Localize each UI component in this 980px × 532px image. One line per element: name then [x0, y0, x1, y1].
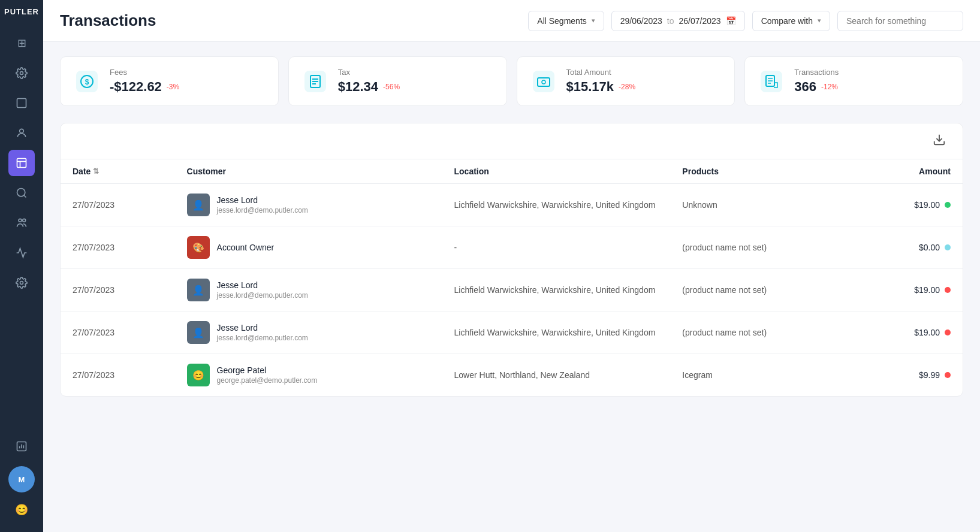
page-header: Transactions All Segments ▾ 29/06/2023 t… — [43, 0, 980, 42]
date-range-picker[interactable]: 29/06/2023 to 26/07/2023 📅 — [611, 11, 745, 31]
sort-icon[interactable]: ⇅ — [93, 167, 99, 176]
chevron-down-icon: ▾ — [592, 17, 595, 25]
cell-date: 27/07/2023 — [61, 269, 175, 312]
cell-amount: $9.99 — [858, 354, 963, 397]
table-header-row: Date ⇅ Customer Location Products Amount — [61, 159, 963, 184]
tax-info: Tax $12.34 -56% — [338, 68, 400, 95]
cell-location: Lower Hutt, Northland, New Zealand — [442, 354, 671, 397]
table-toolbar — [61, 123, 963, 159]
customer-avatar: 😊 — [187, 364, 210, 386]
total-amount-card: Total Amount $15.17k -28% — [517, 56, 735, 106]
customer-email: george.patel@demo.putler.com — [217, 376, 318, 385]
svg-point-8 — [19, 219, 22, 222]
cell-amount: $19.00 — [858, 184, 963, 226]
table-row[interactable]: 27/07/2023 👤 Jesse Lord jesse.lord@demo.… — [61, 184, 963, 226]
transactions-change: -12% — [821, 83, 838, 91]
user-avatar[interactable]: M — [8, 466, 35, 492]
status-dot — [945, 372, 951, 378]
date-separator: to — [667, 16, 674, 26]
cell-date: 27/07/2023 — [61, 226, 175, 269]
total-amount-label: Total Amount — [566, 68, 636, 77]
stats-row: $ Fees -$122.62 -3% Tax $12.34 — [60, 56, 963, 106]
cell-customer: 🎨 Account Owner — [175, 226, 442, 269]
customer-email: jesse.lord@demo.putler.com — [217, 206, 308, 214]
customer-email: jesse.lord@demo.putler.com — [217, 334, 308, 342]
fees-card: $ Fees -$122.62 -3% — [60, 56, 279, 106]
cell-customer: 👤 Jesse Lord jesse.lord@demo.putler.com — [175, 312, 442, 354]
cell-customer: 👤 Jesse Lord jesse.lord@demo.putler.com — [175, 269, 442, 312]
svg-point-9 — [23, 219, 26, 222]
cell-customer: 😊 George Patel george.patel@demo.putler.… — [175, 354, 442, 397]
smiley-icon[interactable]: 😊 — [8, 497, 35, 523]
customer-avatar: 👤 — [187, 321, 210, 344]
svg-point-6 — [17, 189, 25, 197]
amount-value: $19.00 — [914, 200, 940, 210]
cell-products: (product name not set) — [670, 269, 858, 312]
svg-point-2 — [20, 129, 24, 133]
svg-rect-26 — [761, 71, 782, 92]
date-to: 26/07/2023 — [679, 16, 721, 26]
date-from: 29/06/2023 — [620, 16, 662, 26]
transactions-icon[interactable] — [8, 150, 35, 176]
table-row[interactable]: 27/07/2023 😊 George Patel george.patel@d… — [61, 354, 963, 397]
table-row[interactable]: 27/07/2023 🎨 Account Owner - (product na… — [61, 226, 963, 269]
tax-icon — [302, 68, 328, 95]
search-input[interactable] — [846, 16, 954, 26]
customer-name: Account Owner — [217, 243, 275, 252]
cell-amount: $19.00 — [858, 269, 963, 312]
tools-icon[interactable] — [8, 270, 35, 296]
transactions-card: Transactions 366 -12% — [744, 56, 963, 106]
search-box[interactable] — [837, 11, 963, 31]
reports-icon[interactable] — [8, 433, 35, 460]
tax-card: Tax $12.34 -56% — [288, 56, 507, 106]
transactions-table-section: Date ⇅ Customer Location Products Amount… — [60, 123, 963, 397]
fees-change: -3% — [167, 83, 179, 91]
transactions-value: 366 -12% — [794, 79, 839, 95]
download-button[interactable] — [928, 131, 951, 152]
fees-info: Fees -$122.62 -3% — [110, 68, 179, 95]
analytics-icon[interactable] — [8, 180, 35, 206]
compare-dropdown[interactable]: Compare with ▾ — [752, 11, 830, 31]
svg-rect-1 — [17, 99, 26, 108]
customer-info: Jesse Lord jesse.lord@demo.putler.com — [217, 280, 308, 300]
cell-customer: 👤 Jesse Lord jesse.lord@demo.putler.com — [175, 184, 442, 226]
cell-products: (product name not set) — [670, 312, 858, 354]
tax-value: $12.34 -56% — [338, 79, 400, 95]
col-amount: Amount — [858, 159, 963, 184]
fees-value: -$122.62 -3% — [110, 79, 179, 95]
customer-avatar: 👤 — [187, 279, 210, 301]
cell-amount: $19.00 — [858, 312, 963, 354]
customer-email: jesse.lord@demo.putler.com — [217, 291, 308, 300]
settings-icon[interactable] — [8, 60, 35, 86]
col-location: Location — [442, 159, 671, 184]
sidebar: PUTLER ⊞ M 😊 — [0, 0, 43, 532]
svg-point-0 — [20, 72, 23, 75]
customer-name: Jesse Lord — [217, 280, 308, 290]
table-row[interactable]: 27/07/2023 👤 Jesse Lord jesse.lord@demo.… — [61, 269, 963, 312]
cell-location: Lichfield Warwickshire, Warwickshire, Un… — [442, 312, 671, 354]
total-amount-icon — [530, 68, 557, 95]
segment-dropdown[interactable]: All Segments ▾ — [528, 11, 604, 31]
compare-label: Compare with — [761, 16, 813, 26]
tax-label: Tax — [338, 68, 400, 77]
customer-avatar: 🎨 — [187, 236, 210, 259]
dashboard-icon[interactable]: ⊞ — [8, 30, 35, 56]
col-products: Products — [670, 159, 858, 184]
tax-change: -56% — [383, 83, 400, 91]
team-icon[interactable] — [8, 210, 35, 236]
transactions-info: Transactions 366 -12% — [794, 68, 839, 95]
customers-icon[interactable] — [8, 120, 35, 146]
svg-rect-23 — [533, 71, 554, 92]
col-date: Date ⇅ — [61, 159, 175, 184]
cell-products: Icegram — [670, 354, 858, 397]
customer-info: Jesse Lord jesse.lord@demo.putler.com — [217, 195, 308, 214]
svg-point-10 — [20, 282, 23, 285]
box-icon[interactable] — [8, 90, 35, 116]
cell-location: Lichfield Warwickshire, Warwickshire, Un… — [442, 269, 671, 312]
chart-icon[interactable] — [8, 240, 35, 266]
table-row[interactable]: 27/07/2023 👤 Jesse Lord jesse.lord@demo.… — [61, 312, 963, 354]
cell-amount: $0.00 — [858, 226, 963, 269]
calendar-icon: 📅 — [726, 16, 736, 26]
customer-name: Jesse Lord — [217, 195, 308, 205]
status-dot — [945, 287, 951, 293]
